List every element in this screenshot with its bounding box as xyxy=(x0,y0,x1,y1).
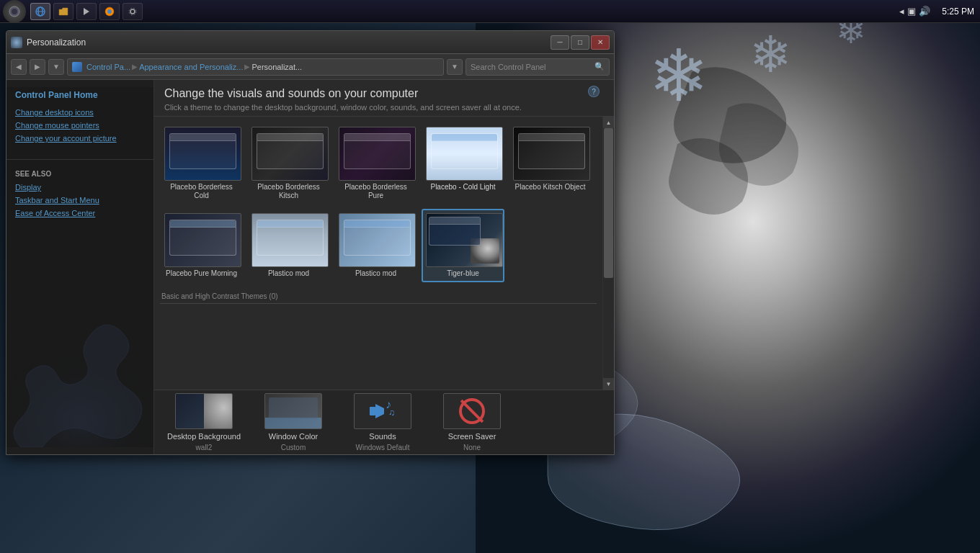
mini-win-bar-2 xyxy=(257,134,323,141)
taskbar: ◂ ▣ 🔊 5:25 PM xyxy=(0,0,980,23)
theme-item-tiger-blue[interactable]: Tiger-blue xyxy=(422,209,504,282)
change-account-picture-link[interactable]: Change your account picture xyxy=(6,132,153,145)
window-color-label: Window Color xyxy=(269,432,318,441)
theme-item-placebo-pure-morning[interactable]: Placebo Pure Morning xyxy=(160,209,243,282)
theme-scrollbar[interactable]: ▲ ▼ xyxy=(602,117,614,390)
theme-item-placebo-borderless-kitsch[interactable]: Placebo Borderless Kitsch xyxy=(247,122,330,204)
search-icon[interactable]: 🔍 xyxy=(594,62,605,71)
content-header: Change the visuals and sounds on your co… xyxy=(154,80,614,117)
breadcrumb-3[interactable]: Personalizat... xyxy=(251,63,302,71)
theme-thumb-1 xyxy=(164,127,241,181)
mini-win-bar-4 xyxy=(432,134,497,141)
content-title: Change the visuals and sounds on your co… xyxy=(164,87,604,100)
theme-item-placebo-borderless-pure[interactable]: Placebo Borderless Pure xyxy=(334,122,417,204)
desktop-background-item[interactable]: Desktop Background wall2 xyxy=(161,389,246,454)
theme-item-plastico-1[interactable]: Plastico mod xyxy=(247,209,330,282)
theme-item-placebo-cold-light[interactable]: Placebo - Cold Light xyxy=(422,122,504,204)
screensaver-label: Screen Saver xyxy=(448,432,496,441)
clock[interactable]: 5:25 PM xyxy=(936,6,980,17)
close-button[interactable]: ✕ xyxy=(591,35,610,50)
screensaver-item[interactable]: Screen Saver None xyxy=(429,389,514,454)
ie-taskbar-btn[interactable] xyxy=(30,3,50,20)
color-preview xyxy=(269,397,318,419)
tray-monitor[interactable]: ▣ xyxy=(907,6,916,17)
dropdown-button[interactable]: ▼ xyxy=(48,59,64,75)
content-subtitle: Click a theme to change the desktop back… xyxy=(164,103,604,112)
mini-win-5 xyxy=(518,133,585,169)
bg-tiger-preview xyxy=(204,394,232,428)
theme-name-1: Placebo Borderless Cold xyxy=(164,183,239,200)
svg-text:❄: ❄ xyxy=(749,27,792,83)
sounds-item[interactable]: ♪ ♫ Sounds Windows Default xyxy=(340,389,425,454)
scroll-up[interactable]: ▲ xyxy=(603,117,614,128)
mini-win-bar-7 xyxy=(257,220,323,228)
desktop-bg-thumb xyxy=(175,393,233,429)
theme-scroll-area[interactable]: Placebo Borderless Cold Placebo Borderle… xyxy=(154,117,602,390)
tray-volume[interactable]: 🔊 xyxy=(919,6,930,17)
desktop-bg-sublabel: wall2 xyxy=(196,444,213,451)
window-color-item[interactable]: Window Color Custom xyxy=(251,389,336,454)
theme-thumb-5 xyxy=(513,127,590,181)
theme-item-placebo-borderless-cold[interactable]: Placebo Borderless Cold xyxy=(160,122,243,204)
ease-of-access-link[interactable]: Ease of Access Center xyxy=(6,207,153,220)
breadcrumb-1[interactable]: Control Pa... xyxy=(86,63,130,71)
breadcrumb[interactable]: Control Pa... ▶ Appearance and Personali… xyxy=(67,58,444,76)
change-desktop-icons-link[interactable]: Change desktop icons xyxy=(6,106,153,119)
svg-marker-16 xyxy=(375,404,384,418)
scroll-thumb[interactable] xyxy=(604,128,613,278)
theme-item-plastico-2[interactable]: Plastico mod xyxy=(334,209,417,282)
window-color-sublabel: Custom xyxy=(281,444,306,451)
theme-item-placebo-kitsch-object[interactable]: Placebo Kitsch Object xyxy=(509,122,592,204)
taskbar-startmenu-link[interactable]: Taskbar and Start Menu xyxy=(6,194,153,207)
theme-thumb-3 xyxy=(339,127,416,181)
mini-win-bar-8 xyxy=(344,220,410,228)
content-area: Change the visuals and sounds on your co… xyxy=(154,80,614,454)
maximize-button[interactable]: □ xyxy=(571,35,589,50)
forward-button[interactable]: ▶ xyxy=(30,59,45,75)
mini-win-2 xyxy=(257,133,324,169)
breadcrumb-2[interactable]: Appearance and Personaliz... xyxy=(139,63,243,71)
refresh-button[interactable]: ▼ xyxy=(447,59,463,75)
mini-win-8 xyxy=(344,220,411,256)
media-taskbar-btn[interactable] xyxy=(76,3,97,20)
theme-name-3: Placebo Borderless Pure xyxy=(339,183,413,200)
minimize-button[interactable]: ─ xyxy=(551,35,569,50)
mini-win-bar-5 xyxy=(519,134,584,141)
personalization-window: Personalization ─ □ ✕ ◀ ▶ ▼ Control Pa..… xyxy=(6,30,615,455)
sounds-thumb: ♪ ♫ xyxy=(354,393,411,429)
see-also-label: See also xyxy=(6,167,153,181)
search-box[interactable]: Search Control Panel 🔍 xyxy=(466,58,610,76)
svg-point-5 xyxy=(12,9,17,14)
theme-thumb-9 xyxy=(426,213,503,267)
mini-win-4 xyxy=(431,133,498,169)
tray-arrow[interactable]: ◂ xyxy=(899,6,904,17)
system-tray: ◂ ▣ 🔊 xyxy=(899,6,936,17)
theme-thumb-7 xyxy=(251,213,329,267)
folder-taskbar-btn[interactable] xyxy=(53,3,74,20)
window-color-thumb xyxy=(264,393,322,429)
back-button[interactable]: ◀ xyxy=(11,59,27,75)
settings-taskbar-btn[interactable] xyxy=(122,3,143,20)
scroll-down[interactable]: ▼ xyxy=(603,378,614,390)
screensaver-sublabel: None xyxy=(463,444,481,451)
breadcrumb-icon xyxy=(72,62,82,72)
change-mouse-pointers-link[interactable]: Change mouse pointers xyxy=(6,119,153,132)
svg-marker-9 xyxy=(84,8,89,15)
sep-2: ▶ xyxy=(244,63,250,71)
sidebar: Control Panel Home Change desktop icons … xyxy=(6,80,154,454)
address-bar: ◀ ▶ ▼ Control Pa... ▶ Appearance and Per… xyxy=(6,54,614,80)
sounds-icon: ♪ ♫ xyxy=(367,398,398,424)
display-link[interactable]: Display xyxy=(6,181,153,194)
mini-win-3 xyxy=(344,133,411,169)
svg-point-12 xyxy=(130,9,135,14)
window-icon xyxy=(11,37,22,48)
theme-name-5: Placebo Kitsch Object xyxy=(513,183,587,192)
theme-name-8: Plastico mod xyxy=(339,269,413,278)
mini-win-9 xyxy=(429,217,481,246)
firefox-taskbar-btn[interactable] xyxy=(99,3,120,20)
control-panel-home[interactable]: Control Panel Home xyxy=(6,87,153,106)
window-controls: ─ □ ✕ xyxy=(551,35,610,50)
theme-name-9: Tiger-blue xyxy=(426,269,500,278)
start-button[interactable] xyxy=(3,0,26,23)
help-button[interactable]: ? xyxy=(588,86,600,97)
